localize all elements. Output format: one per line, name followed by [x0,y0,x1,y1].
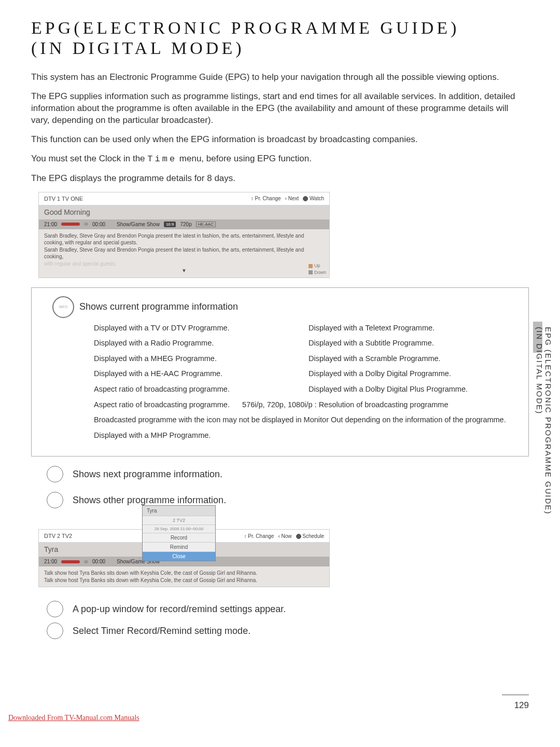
epg1-updown: Up Down [309,262,326,275]
popup-text: A pop-up window for record/remind settin… [73,604,286,615]
info-r3: Displayed with a Dolby Digital Programme… [309,369,508,379]
popup-sub1: 2 TV2 [143,516,215,524]
page-title: EPG(ELECTRONIC PROGRAMME GUIDE) (IN DIGI… [31,18,529,58]
info-r2: Displayed with a Scramble Programme. [309,354,508,364]
epg1-prchange: Pr. Change [255,196,281,201]
section-next: Shows next programme information. [47,466,529,482]
epg2-desc: Talk show host Tyra Banks sits down with… [39,566,329,587]
popup-title: Tyra [143,506,215,516]
other-text: Shows other programme information. [73,495,226,506]
info-frame: INFO Shows current programme information… [31,287,529,457]
circle-icon [47,466,63,482]
intro-p5: The EPG displays the programme details f… [31,173,529,185]
circle-icon [47,601,63,617]
info-r4: Displayed with a Dolby Digital Plus Prog… [309,384,508,395]
epg1-progtitle: Good Morning [39,205,329,219]
info-l0: Displayed with a TV or DTV Programme. [94,323,293,334]
epg-preview-2-wrap: Tyra 2 TV2 28 Sep. 2008 21:00~00:00 Reco… [38,529,329,587]
section-popup: A pop-up window for record/remind settin… [47,601,529,617]
info-l2: Displayed with a MHEG Programme. [94,354,293,364]
info-col-right: Displayed with a Teletext Programme. Dis… [309,323,508,400]
intro-p4: You must set the Clock in the Time menu,… [31,153,529,165]
intro-block: This system has an Electronic Programme … [31,72,529,185]
intro-p4b: menu, before using EPG function. [177,154,312,163]
info-icon: INFO [52,296,74,318]
title-line-1: EPG(ELECTRONIC PROGRAMME GUIDE) [31,18,529,38]
progress-remain-icon [84,560,88,563]
info-col-left: Displayed with a TV or DTV Programme. Di… [94,323,293,400]
title-line-2: (IN DIGITAL MODE) [31,38,529,58]
side-a: EPG (ELECTRONIC PROGRAMME GUIDE) [544,327,553,515]
info-r5: 576i/p, 720p, 1080i/p : Resolution of br… [242,400,448,409]
epg2-desc2: Talk show host Tyra Banks sits down with… [44,577,324,584]
epg1-desc-ghost: with regular and special guests. [44,260,324,268]
epg1-desc2: Sarah Bradley, Steve Gray and Brendon Po… [44,246,324,260]
epg2-desc1: Talk show host Tyra Banks sits down with… [44,570,324,577]
epg1-desc: Sarah Bradley, Steve Gray and Brendon Po… [39,229,329,278]
progress-bar-icon [61,560,80,563]
intro-p2: The EPG supplies information such as pro… [31,91,529,127]
circle-icon [47,492,63,508]
epg1-down: Down [314,270,326,275]
info-r1: Displayed with a Subtitle Programme. [309,338,508,349]
info-l5: Aspect ratio of broadcasting programme. [94,400,230,409]
popup-record[interactable]: Record [143,533,215,542]
timer-text: Select Timer Record/Remind setting mode. [73,626,250,637]
epg1-genre: Show/Game Show [117,222,160,227]
epg1-timeline: 21:00 00:00 Show/Game Show 16:9 720p HE-… [39,219,329,229]
section-timer: Select Timer Record/Remind setting mode. [47,622,529,639]
epg1-header: DTV 1 TV ONE ↕ Pr. Change › Next Watch [39,192,329,205]
epg2-now: Now [282,533,292,539]
popup-remind[interactable]: Remind [143,542,215,551]
footer-link[interactable]: Downloaded From TV-Manual.com Manuals [8,714,139,722]
intro-p4a: You must set the Clock in the [31,154,147,163]
info-full2: Displayed with a MHP Programme. [94,431,508,441]
side-label: EPG (ELECTRONIC PROGRAMME GUIDE) (IN DIG… [535,327,553,515]
epg-preview-1: DTV 1 TV ONE ↕ Pr. Change › Next Watch G… [38,192,330,278]
epg1-next: Next [288,196,299,201]
epg2-t2: 00:00 [92,559,105,564]
epg1-arrow: ▼ [44,267,324,274]
up-icon [309,264,313,268]
badge-heaac: HE-AAC [196,222,216,227]
info-l3: Displayed with a HE-AAC Programme. [94,369,293,379]
badge-169: 16:9 [164,222,176,227]
info-heading: Shows current programme information [79,301,238,312]
side-b: (IN DIGITAL MODE) [535,327,544,414]
down-icon [309,270,313,274]
watch-icon [303,196,308,201]
schedule-icon [296,534,301,539]
epg2-channel: DTV 2 TV2 [44,533,72,539]
epg2-t1: 21:00 [44,559,57,564]
next-text: Shows next programme information. [73,469,222,480]
epg2-schedule: Schedule [302,533,324,539]
intro-p1: This system has an Electronic Programme … [31,72,529,84]
epg2-prchange: Pr. Change [248,533,274,539]
record-popup: Tyra 2 TV2 28 Sep. 2008 21:00~00:00 Reco… [142,505,216,561]
info-l1: Displayed with a Radio Programme. [94,338,293,349]
circle-icon [47,622,63,639]
epg1-up: Up [314,263,320,268]
info-l4: Aspect ratio of broadcasting programme. [94,384,293,395]
epg1-watch: Watch [310,196,324,201]
progress-remain-icon [84,223,88,226]
epg1-channel: DTV 1 TV ONE [44,196,83,202]
progress-bar-icon [61,223,80,226]
intro-p3: This function can be used only when the … [31,134,529,146]
popup-sub2: 28 Sep. 2008 21:00~00:00 [143,524,215,533]
badge-720p: 720p [180,222,191,227]
epg1-t2: 00:00 [92,222,105,227]
epg1-t1: 21:00 [44,222,57,227]
time-menu-word: Time [147,154,177,164]
info-full1: Broadcasted programme with the icon may … [94,415,508,425]
section-other: Shows other programme information. [47,492,529,508]
page-number: 129 [514,700,529,711]
info-r0: Displayed with a Teletext Programme. [309,323,508,334]
popup-close[interactable]: Close [143,551,215,561]
epg1-desc1: Sarah Bradley, Steve Gray and Brendon Po… [44,232,324,246]
page-line [502,695,529,695]
